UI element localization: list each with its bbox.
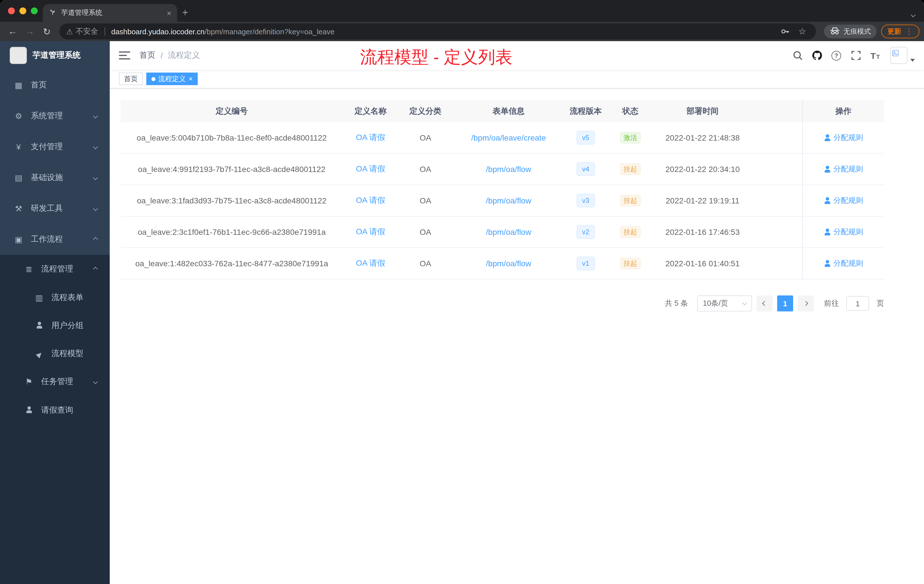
update-label: 更新 <box>888 26 901 36</box>
logo-avatar <box>10 47 27 64</box>
leave-query-user-icon <box>24 406 34 415</box>
table-row: oa_leave:4:991f2193-7b7f-11ec-a3c8-acde4… <box>120 154 884 185</box>
chevron-up-icon <box>93 267 98 272</box>
table-header-row: 定义编号 定义名称 定义分类 表单信息 流程版本 状态 部署时间 操作 <box>120 100 884 122</box>
user-group-icon <box>34 321 44 330</box>
tab-title: 芋道管理系统 <box>61 8 162 18</box>
workflow-submenu: ≣ 流程管理 ▥ 流程表单 用户分组 ▶ 流程模型 ⚑ <box>0 255 110 425</box>
page-number-1[interactable]: 1 <box>777 295 793 312</box>
window-controls <box>8 7 38 14</box>
form-info-link[interactable]: /bpm/oa/flow <box>486 165 531 174</box>
assign-rule-link[interactable]: 分配规则 <box>824 227 863 237</box>
sidebar-item-workflow[interactable]: ▣ 工作流程 <box>0 224 110 255</box>
tag-home[interactable]: 首页 <box>119 73 143 85</box>
pagination-total: 共 5 条 <box>665 298 688 308</box>
form-info-link[interactable]: /bpm/oa/flow <box>486 228 531 237</box>
assign-rule-link[interactable]: 分配规则 <box>824 164 863 174</box>
status-badge: 挂起 <box>620 226 640 238</box>
window-close-button[interactable] <box>8 7 15 14</box>
col-header-time: 部署时间 <box>654 100 751 122</box>
definition-category: OA <box>398 122 452 153</box>
assign-rule-link[interactable]: 分配规则 <box>824 258 863 269</box>
definition-id: oa_leave:2:3c1f0ef1-76b1-11ec-9c66-a2380… <box>120 216 343 247</box>
prev-page-button[interactable] <box>757 295 772 312</box>
col-header-name: 定义名称 <box>343 100 398 122</box>
hamburger-icon[interactable] <box>119 51 130 60</box>
sidebar-item-process-form[interactable]: ▥ 流程表单 <box>0 284 110 312</box>
goto-page-input[interactable] <box>846 296 869 311</box>
bookmark-star-icon[interactable]: ☆ <box>795 26 809 36</box>
definition-name-link[interactable]: OA 请假 <box>356 164 385 174</box>
chevron-down-icon <box>93 114 98 119</box>
table-row: oa_leave:1:482ec033-762a-11ec-8477-a2380… <box>120 248 884 279</box>
assign-rule-link[interactable]: 分配规则 <box>824 195 863 206</box>
sidebar-item-leave-query[interactable]: 请假查询 <box>0 396 110 425</box>
page-size-select[interactable]: 10条/页 <box>697 295 752 312</box>
browser-menu-kebab-icon[interactable]: ⋮ <box>905 27 913 36</box>
deploy-time: 2022-01-22 20:34:10 <box>654 154 751 185</box>
chevron-down-icon <box>93 206 98 211</box>
password-key-icon[interactable] <box>778 26 792 36</box>
window-maximize-button[interactable] <box>31 7 38 14</box>
table-row: oa_leave:5:004b710b-7b8a-11ec-8ef0-acde4… <box>120 122 884 154</box>
url-text: dashboard.yudao.iocoder.cn/bpm/manager/d… <box>111 27 334 36</box>
definition-name-link[interactable]: OA 请假 <box>356 258 385 269</box>
browser-window: 芋道管理系统 × + ← → ↻ ⚠ 不安全 dashboard.yudao.i… <box>0 0 924 584</box>
user-icon <box>824 134 831 141</box>
sidebar-item-payment-manage[interactable]: ¥ 支付管理 <box>0 132 110 162</box>
sidebar-item-process-manage[interactable]: ≣ 流程管理 <box>0 255 110 284</box>
form-info-link[interactable]: /bpm/oa/leave/create <box>471 133 546 142</box>
tab-search-chevron-icon[interactable] <box>911 8 915 19</box>
tag-process-definition[interactable]: 流程定义 × <box>146 73 198 85</box>
tab-close-icon[interactable]: × <box>167 9 172 17</box>
search-icon[interactable] <box>789 46 806 64</box>
dashboard-icon: ▦ <box>14 81 23 90</box>
window-minimize-button[interactable] <box>20 7 26 14</box>
new-tab-button[interactable]: + <box>177 5 193 21</box>
process-manage-icon: ≣ <box>24 265 34 274</box>
definition-name-link[interactable]: OA 请假 <box>356 133 385 143</box>
col-header-form: 表单信息 <box>452 100 564 122</box>
update-chrome-button[interactable]: 更新 ⋮ <box>881 25 919 38</box>
sidebar-item-task-manage[interactable]: ⚑ 任务管理 <box>0 368 110 396</box>
sidebar-item-home[interactable]: ▦ 首页 <box>0 70 110 101</box>
form-info-link[interactable]: /bpm/oa/flow <box>486 196 531 205</box>
version-tag: v1 <box>576 257 595 270</box>
definition-table: 定义编号 定义名称 定义分类 表单信息 流程版本 状态 部署时间 操作 oa_l… <box>120 100 884 279</box>
dev-tools-icon: ⚒ <box>14 204 23 213</box>
sidebar-brand[interactable]: 芋道管理系统 <box>0 41 110 70</box>
deploy-time: 2022-01-22 21:48:38 <box>654 122 751 153</box>
font-size-icon[interactable]: TT <box>866 46 884 64</box>
incognito-badge: 无痕模式 <box>824 25 876 38</box>
col-header-version: 流程版本 <box>564 100 607 122</box>
reload-button[interactable]: ↻ <box>39 23 55 40</box>
definition-name-link[interactable]: OA 请假 <box>356 195 385 206</box>
security-chip[interactable]: ⚠ 不安全 <box>66 26 98 36</box>
address-bar[interactable]: ⚠ 不安全 dashboard.yudao.iocoder.cn/bpm/man… <box>59 23 816 40</box>
sidebar-item-user-group[interactable]: 用户分组 <box>0 312 110 340</box>
sidebar-item-dev-tools[interactable]: ⚒ 研发工具 <box>0 193 110 224</box>
chevron-down-icon <box>93 379 98 384</box>
forward-button[interactable]: → <box>22 23 38 40</box>
sidebar-item-process-model[interactable]: ▶ 流程模型 <box>0 340 110 368</box>
user-icon <box>824 166 831 173</box>
sidebar-item-infrastructure[interactable]: ▤ 基础设施 <box>0 162 110 193</box>
definition-name-link[interactable]: OA 请假 <box>356 227 385 237</box>
version-tag: v5 <box>576 131 595 145</box>
chevron-up-icon <box>93 237 98 242</box>
back-button[interactable]: ← <box>5 23 21 40</box>
browser-tab[interactable]: 芋道管理系统 × <box>43 4 177 22</box>
browser-tab-strip: 芋道管理系统 × + <box>0 0 924 22</box>
help-icon[interactable]: ? <box>827 46 845 64</box>
next-page-button[interactable] <box>798 295 814 312</box>
definition-category: OA <box>398 185 452 216</box>
form-info-link[interactable]: /bpm/oa/flow <box>486 259 531 268</box>
assign-rule-link[interactable]: 分配规则 <box>824 133 863 143</box>
fullscreen-icon[interactable] <box>847 46 865 64</box>
github-icon[interactable] <box>808 46 826 64</box>
user-avatar-menu[interactable] <box>890 47 915 64</box>
tag-close-icon[interactable]: × <box>188 76 193 82</box>
sidebar-item-system-manage[interactable]: ⚙ 系统管理 <box>0 101 110 132</box>
security-label: 不安全 <box>76 26 98 36</box>
breadcrumb-home[interactable]: 首页 <box>139 50 155 61</box>
